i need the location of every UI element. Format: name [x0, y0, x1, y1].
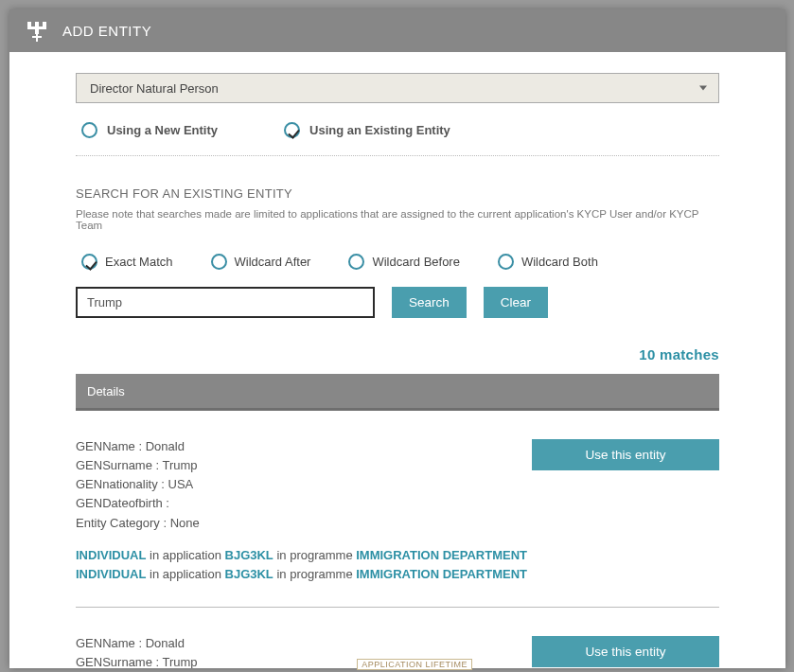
search-section-title: SEARCH FOR AN EXISTING ENTITY [76, 186, 719, 201]
radio-wildcard-both[interactable]: Wildcard Both [498, 254, 598, 270]
radio-existing-entity[interactable]: Using an Existing Entity [284, 122, 450, 138]
radio-icon-checked [284, 122, 300, 138]
svg-rect-2 [43, 22, 46, 27]
entity-mode-row: Using a New Entity Using an Existing Ent… [76, 103, 719, 156]
add-entity-icon [25, 19, 49, 44]
result-field: GENDateofbirth : [76, 494, 719, 513]
svg-rect-6 [36, 33, 38, 42]
results-container: GENName : DonaldGENSurname : TrumpGENnat… [76, 411, 719, 668]
modal-title: ADD ENTITY [62, 23, 151, 39]
svg-rect-3 [27, 27, 46, 29]
chevron-down-icon [699, 86, 707, 91]
search-section-note: Please note that searches made are limit… [76, 208, 719, 231]
radio-icon [498, 254, 514, 270]
radio-icon-checked [81, 254, 97, 270]
matches-count: 10 matches [76, 346, 719, 363]
radio-wildcard-after-label: Wildcard After [235, 255, 311, 269]
radio-wildcard-after[interactable]: Wildcard After [211, 254, 311, 270]
entity-type-select[interactable]: Director Natural Person [76, 73, 719, 103]
result-link-line: INDIVIDUAL in application BJG3KL in prog… [76, 546, 719, 565]
svg-rect-0 [27, 22, 31, 27]
radio-new-entity[interactable]: Using a New Entity [81, 122, 218, 138]
link-programme[interactable]: IMMIGRATION DEPARTMENT [356, 567, 527, 581]
radio-icon [348, 254, 364, 270]
result-links: INDIVIDUAL in application BJG3KL in prog… [76, 546, 719, 584]
link-entity-type[interactable]: INDIVIDUAL [76, 567, 146, 581]
use-this-entity-button[interactable]: Use this entity [532, 636, 719, 667]
use-this-entity-button[interactable]: Use this entity [532, 439, 719, 470]
match-type-row: Exact Match Wildcard After Wildcard Befo… [76, 254, 719, 287]
radio-new-entity-label: Using a New Entity [107, 123, 218, 137]
radio-icon [81, 122, 97, 138]
result-card: GENName : DonaldGENSurname : TrumpGENnat… [76, 411, 719, 584]
clear-button[interactable]: Clear [484, 287, 548, 318]
search-button[interactable]: Search [392, 287, 467, 318]
radio-wildcard-both-label: Wildcard Both [521, 255, 598, 269]
result-link-line: INDIVIDUAL in application BJG3KL in prog… [76, 565, 719, 584]
radio-exact-match-label: Exact Match [105, 255, 173, 269]
search-row: Search Clear [76, 287, 719, 318]
modal-body: Director Natural Person Using a New Enti… [9, 52, 785, 668]
link-entity-type[interactable]: INDIVIDUAL [76, 548, 146, 562]
footer-tag: APPLICATION LIFETIME [357, 659, 472, 670]
radio-exact-match[interactable]: Exact Match [81, 254, 173, 270]
radio-icon [211, 254, 227, 270]
entity-type-selected: Director Natural Person [90, 81, 219, 96]
add-entity-modal: ADD ENTITY Director Natural Person Using… [9, 9, 785, 668]
svg-rect-1 [35, 22, 39, 27]
link-application[interactable]: BJG3KL [225, 548, 273, 562]
radio-wildcard-before-label: Wildcard Before [372, 255, 459, 269]
result-field: GENnationality : USA [76, 475, 719, 494]
details-header: Details [76, 374, 719, 411]
radio-wildcard-before[interactable]: Wildcard Before [348, 254, 459, 270]
modal-header: ADD ENTITY [9, 9, 785, 52]
radio-existing-entity-label: Using an Existing Entity [309, 123, 450, 137]
link-application[interactable]: BJG3KL [225, 567, 273, 581]
search-input[interactable] [76, 287, 375, 318]
link-programme[interactable]: IMMIGRATION DEPARTMENT [356, 548, 527, 562]
result-field: Entity Category : None [76, 514, 719, 533]
